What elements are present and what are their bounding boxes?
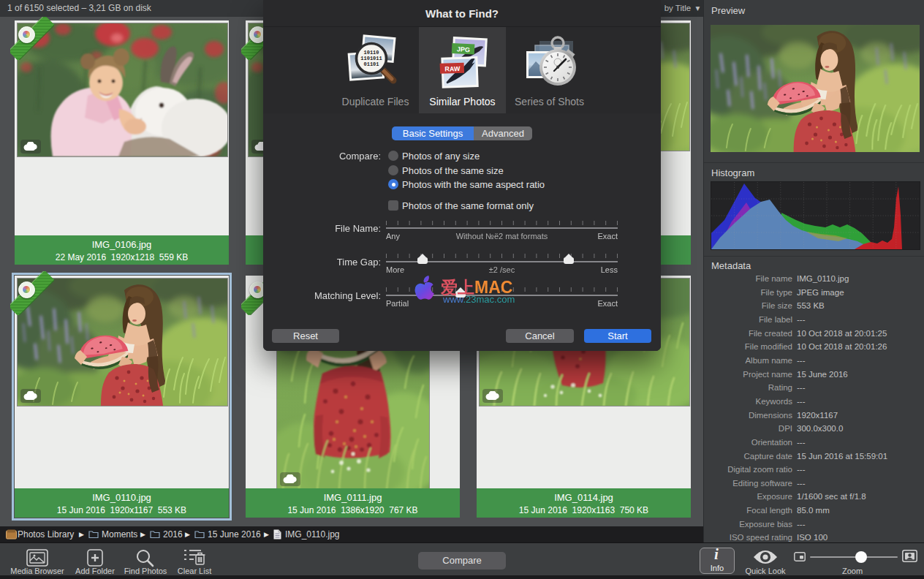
svg-text:RAW: RAW (444, 65, 461, 73)
svg-text:10110: 10110 (363, 50, 379, 56)
svg-text:01101: 01101 (363, 61, 379, 67)
svg-text:1101011: 1101011 (360, 56, 382, 61)
svg-text:JPG: JPG (457, 45, 471, 53)
